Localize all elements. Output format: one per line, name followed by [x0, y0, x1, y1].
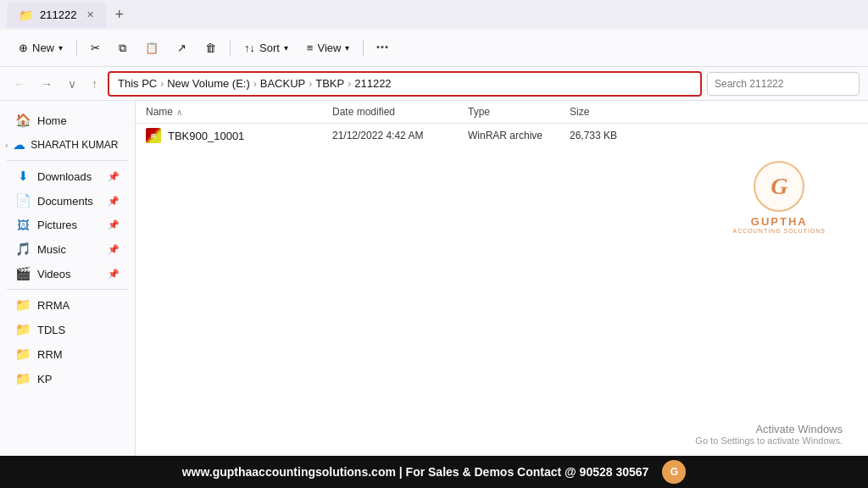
sidebar-documents-label: Documents: [37, 195, 93, 208]
file-cell-name: R TBK900_10001: [146, 128, 332, 143]
tab-folder-icon: 📁: [19, 8, 33, 22]
sort-button[interactable]: ↑↓ Sort ▾: [236, 37, 297, 58]
winrar-icon: R: [146, 128, 161, 143]
col-size-label: Size: [570, 106, 589, 118]
sidebar-item-downloads[interactable]: ⬇ Downloads 📌: [3, 164, 131, 188]
logo-circle: G: [754, 161, 804, 212]
logo-subtitle: ACCOUNTING SOLUTIONS: [733, 228, 826, 234]
col-date-header[interactable]: Date modified: [332, 106, 468, 118]
music-pin-icon: 📌: [108, 244, 120, 255]
downloads-icon: ⬇: [15, 169, 31, 184]
file-list-header: Name ∧ Date modified Type Size: [136, 101, 868, 124]
paste-button[interactable]: 📋: [136, 37, 167, 58]
sidebar-pictures-label: Pictures: [37, 219, 77, 231]
activate-windows-subtitle: Go to Settings to activate Windows.: [695, 435, 843, 446]
search-input[interactable]: [707, 72, 860, 96]
sidebar-item-music[interactable]: 🎵 Music 📌: [3, 237, 131, 261]
rrm-folder-icon: 📁: [15, 347, 31, 362]
breadcrumb[interactable]: This PC › New Volume (E:) › BACKUP › TBK…: [108, 71, 702, 97]
new-button[interactable]: ⊕ New ▾: [10, 37, 71, 58]
videos-icon: 🎬: [15, 266, 31, 281]
sidebar-rrma-label: RRMA: [37, 299, 70, 312]
file-name: TBK900_10001: [168, 130, 244, 142]
down-button[interactable]: ∨: [63, 74, 81, 94]
sort-chevron-icon: ▾: [284, 43, 288, 53]
logo-icon: G: [771, 173, 787, 200]
file-cell-date: 21/12/2022 4:42 AM: [332, 130, 468, 141]
sidebar-item-tdls[interactable]: 📁 TDLS: [3, 318, 131, 341]
copy-icon: ⧉: [119, 42, 126, 55]
file-size: 26,733 KB: [570, 130, 617, 141]
documents-pin-icon: 📌: [108, 196, 120, 207]
sidebar-item-documents[interactable]: 📄 Documents 📌: [3, 189, 131, 213]
title-bar: 📁 211222 ✕ +: [0, 0, 868, 30]
sidebar-home-label: Home: [37, 114, 67, 127]
pictures-pin-icon: 📌: [108, 219, 120, 230]
sidebar-item-home[interactable]: 🏠 Home: [3, 108, 131, 132]
logo-title: GUPTHA: [751, 215, 808, 228]
cut-icon: ✂: [91, 42, 100, 54]
col-name-label: Name: [146, 106, 173, 118]
sidebar-item-pictures[interactable]: 🖼 Pictures 📌: [3, 214, 131, 236]
sidebar-divider-1: [7, 160, 128, 161]
cut-button[interactable]: ✂: [82, 37, 108, 58]
col-type-label: Type: [468, 106, 490, 118]
logo-watermark: G GUPTHA ACCOUNTING SOLUTIONS: [733, 161, 826, 234]
up-button[interactable]: ↑: [86, 74, 103, 94]
sidebar-divider-2: [7, 289, 128, 290]
kp-folder-icon: 📁: [15, 371, 31, 386]
tab-label: 211222: [40, 8, 76, 21]
share-button[interactable]: ↗: [169, 37, 195, 58]
new-tab-button[interactable]: +: [114, 6, 124, 24]
sort-icon: ↑↓: [244, 42, 255, 54]
breadcrumb-sep-2: ›: [253, 78, 257, 90]
pictures-icon: 🖼: [15, 218, 31, 232]
bottom-bar: www.gupthaaccountingsolutions.com | For …: [0, 456, 868, 488]
toolbar-separator-2: [230, 40, 231, 57]
col-name-header[interactable]: Name ∧: [146, 106, 332, 118]
documents-icon: 📄: [15, 193, 31, 208]
sidebar-tdls-label: TDLS: [37, 324, 65, 336]
downloads-pin-icon: 📌: [108, 171, 120, 182]
breadcrumb-new-volume: New Volume (E:): [167, 77, 250, 90]
more-button[interactable]: ···: [369, 35, 395, 61]
sidebar-downloads-label: Downloads: [37, 170, 92, 183]
home-icon: 🏠: [15, 113, 31, 128]
file-cell-type: WinRAR archive: [468, 130, 570, 141]
back-button[interactable]: ←: [8, 74, 31, 94]
view-button[interactable]: ≡ View ▾: [298, 37, 359, 58]
breadcrumb-this-pc: This PC: [118, 77, 157, 90]
toolbar: ⊕ New ▾ ✂ ⧉ 📋 ↗ 🗑 ↑↓ Sort ▾ ≡ View ▾ ···: [0, 30, 868, 67]
sidebar-item-videos[interactable]: 🎬 Videos 📌: [3, 262, 131, 286]
navigation-bar: ← → ∨ ↑ This PC › New Volume (E:) › BACK…: [0, 67, 868, 101]
breadcrumb-sep-3: ›: [309, 78, 312, 90]
delete-button[interactable]: 🗑: [197, 37, 225, 58]
col-date-label: Date modified: [332, 106, 395, 118]
copy-button[interactable]: ⧉: [110, 37, 135, 59]
sidebar-rrm-label: RRM: [37, 348, 63, 361]
sidebar-item-rrma[interactable]: 📁 RRMA: [3, 293, 131, 317]
main-layout: 🏠 Home › ☁ SHARATH KUMAR ⬇ Downloads 📌 📄…: [0, 101, 868, 456]
tab-close-button[interactable]: ✕: [86, 9, 94, 20]
sort-label: Sort: [259, 42, 280, 54]
sharath-icon: ☁: [13, 137, 25, 152]
view-chevron-icon: ▾: [345, 43, 349, 53]
videos-pin-icon: 📌: [108, 269, 120, 280]
bottom-bar-text: www.gupthaaccountingsolutions.com | For …: [182, 465, 649, 479]
sidebar-item-kp[interactable]: 📁 KP: [3, 367, 131, 391]
table-row[interactable]: R TBK900_10001 21/12/2022 4:42 AM WinRAR…: [136, 124, 868, 147]
col-type-header[interactable]: Type: [468, 106, 570, 118]
file-date: 21/12/2022 4:42 AM: [332, 130, 423, 141]
file-type: WinRAR archive: [468, 130, 542, 141]
toolbar-separator-1: [76, 40, 77, 57]
file-explorer-tab[interactable]: 📁 211222 ✕: [7, 3, 106, 28]
view-icon: ≡: [307, 42, 314, 54]
rrma-folder-icon: 📁: [15, 297, 31, 313]
col-size-header[interactable]: Size: [570, 106, 646, 118]
sidebar-item-rrm[interactable]: 📁 RRM: [3, 342, 131, 366]
col-name-sort-icon: ∧: [176, 108, 182, 117]
sidebar-group-sharath[interactable]: › ☁ SHARATH KUMAR: [0, 133, 135, 157]
activate-windows-title: Activate Windows: [695, 423, 843, 435]
activate-windows: Activate Windows Go to Settings to activ…: [695, 423, 843, 446]
forward-button[interactable]: →: [36, 74, 58, 94]
